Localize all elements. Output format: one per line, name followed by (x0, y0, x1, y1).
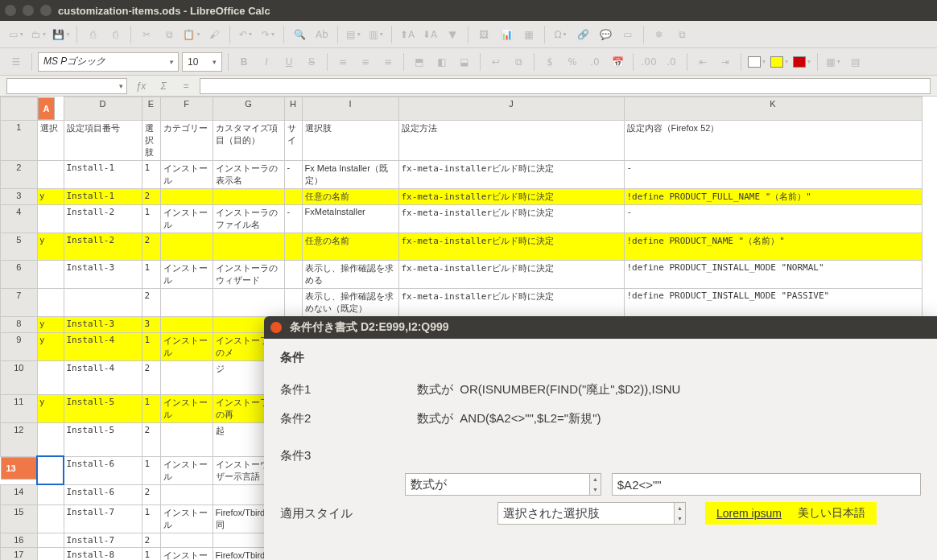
cell[interactable]: 任意の名前 (302, 233, 398, 260)
window-maximize-button[interactable] (40, 5, 52, 16)
cell[interactable]: 2 (142, 188, 160, 204)
sum-icon[interactable]: Σ (155, 80, 172, 92)
apply-style-select[interactable]: 選択された選択肢 ▲▼ (497, 502, 686, 525)
chart-icon[interactable]: 📊 (497, 25, 516, 44)
new-doc-icon[interactable]: ▭ (6, 25, 26, 44)
cell[interactable]: 設定内容（Firefox 52） (624, 120, 922, 160)
col-header-G[interactable]: G (213, 97, 284, 121)
cell[interactable]: !define PRODUCT_FULL_NAME "（名前）" (624, 188, 922, 204)
sort-asc-icon[interactable]: ⬆A (398, 25, 417, 44)
row-header-13[interactable]: 13 (1, 457, 37, 480)
col-header-J[interactable]: J (398, 97, 624, 121)
cell[interactable] (37, 204, 64, 233)
cell[interactable]: インストール (160, 547, 213, 560)
cell[interactable]: y (37, 316, 64, 332)
cell[interactable] (37, 484, 64, 504)
cell[interactable]: 選択 (37, 120, 64, 160)
cell[interactable] (160, 360, 213, 394)
cell[interactable]: インストール (160, 456, 213, 484)
cell[interactable]: - (624, 160, 922, 188)
cell[interactable]: 設定項目番号 (64, 120, 142, 160)
print-icon[interactable]: ⎙ (105, 25, 125, 44)
autofilter-icon[interactable]: ▼ (443, 25, 462, 44)
cell[interactable]: インストーラのファイル名 (213, 204, 284, 233)
cell[interactable]: 1 (142, 456, 160, 484)
cell[interactable]: Install-7 (64, 533, 142, 547)
cell[interactable]: インストール (160, 204, 213, 233)
cell[interactable]: Install-4 (64, 360, 142, 394)
currency-icon[interactable]: $ (540, 52, 559, 72)
cell[interactable]: 選択肢 (302, 120, 398, 160)
row-header-2[interactable]: 2 (1, 160, 38, 188)
cell[interactable]: - (284, 204, 302, 233)
indent-inc-icon[interactable]: ⇥ (716, 52, 735, 72)
conditional-format-icon[interactable]: ▦ (823, 52, 843, 72)
col-header-D[interactable]: D (64, 97, 142, 121)
row-header-14[interactable]: 14 (1, 484, 38, 504)
special-char-icon[interactable]: Ω (551, 25, 570, 44)
cell[interactable]: fx-meta-installerビルド時に決定 (398, 160, 624, 188)
cell[interactable]: インストーラの表示名 (213, 160, 284, 188)
date-icon[interactable]: 📅 (608, 52, 627, 72)
cell[interactable]: - (624, 204, 922, 233)
cell[interactable]: Install-4 (64, 332, 142, 360)
window-minimize-button[interactable] (23, 5, 34, 16)
cell[interactable] (37, 360, 64, 394)
row-header-5[interactable]: 5 (1, 233, 38, 260)
redo-icon[interactable]: ↷ (258, 25, 278, 44)
row-header-9[interactable]: 9 (1, 332, 38, 360)
cell[interactable]: Install-2 (64, 233, 142, 260)
cell[interactable] (37, 533, 64, 547)
dec-dec-icon[interactable]: .0 (662, 52, 681, 72)
condition3-expr-input[interactable]: $A2<>"" (612, 473, 921, 496)
valign-top-icon[interactable]: ⬒ (410, 52, 429, 72)
number-icon[interactable]: .0 (585, 52, 605, 72)
sort-desc-icon[interactable]: ⬇A (420, 25, 440, 44)
cell[interactable]: 任意の名前 (302, 188, 398, 204)
cell[interactable]: 1 (142, 260, 160, 288)
dialog-titlebar[interactable]: 条件付き書式 D2:E999,I2:Q999 (264, 316, 937, 339)
italic-icon[interactable]: I (257, 52, 276, 72)
valign-mid-icon[interactable]: ◧ (432, 52, 452, 72)
headers-icon[interactable]: ▭ (618, 25, 638, 44)
cell[interactable] (284, 260, 302, 288)
cell[interactable]: 1 (142, 204, 160, 233)
dialog-close-button[interactable] (270, 322, 282, 333)
cell[interactable]: !define PRODUCT_NAME "（名前）" (624, 233, 922, 260)
comment-icon[interactable]: 💬 (596, 25, 615, 44)
font-size-combo[interactable]: 10 ▾ (182, 52, 222, 72)
pivot-icon[interactable]: ▦ (519, 25, 539, 44)
function-wizard-icon[interactable]: ƒx (132, 80, 150, 92)
bold-icon[interactable]: B (234, 52, 254, 72)
cell[interactable]: fx-meta-installerビルド時に決定 (398, 233, 624, 260)
col-header-I[interactable]: I (302, 97, 398, 121)
row-header-6[interactable]: 6 (1, 260, 38, 288)
cell[interactable]: Install-5 (64, 394, 142, 422)
cell[interactable]: 2 (142, 484, 160, 504)
valign-bot-icon[interactable]: ⬓ (455, 52, 474, 72)
condition-row-1[interactable]: 条件1 数式が OR(ISNUMBER(FIND("廃止",$D2)),ISNU (280, 375, 921, 404)
cell[interactable]: FxMetaInstaller (302, 204, 398, 233)
cell[interactable]: 2 (142, 533, 160, 547)
find-icon[interactable]: 🔍 (290, 25, 309, 44)
cell[interactable]: fx-meta-installerビルド時に決定 (398, 204, 624, 233)
merge-icon[interactable]: ⧉ (509, 52, 528, 72)
cell[interactable]: fx-meta-installerビルド時に決定 (398, 260, 624, 288)
cell[interactable]: カスタマイズ項目（目的） (213, 120, 284, 160)
paste-icon[interactable]: 📋 (182, 25, 201, 44)
cell[interactable] (213, 288, 284, 316)
percent-icon[interactable]: % (563, 52, 582, 72)
cell[interactable]: !define PRODUCT_INSTALL_MODE "PASSIVE" (624, 288, 922, 316)
col-header-E[interactable]: E (142, 97, 160, 121)
cell[interactable]: 1 (142, 394, 160, 422)
cell[interactable]: Install-6 (64, 456, 142, 484)
cell[interactable] (160, 233, 213, 260)
cell[interactable]: インストール (160, 332, 213, 360)
row-header-15[interactable]: 15 (1, 504, 38, 533)
cell[interactable]: y (37, 188, 64, 204)
font-name-combo[interactable]: MS Pゴシック ▾ (38, 52, 179, 72)
cell[interactable]: Fx Meta Installer（既定） (302, 160, 398, 188)
export-pdf-icon[interactable]: ⎙ (83, 25, 102, 44)
image-icon[interactable]: 🖼 (474, 25, 493, 44)
cell[interactable]: 2 (142, 422, 160, 456)
